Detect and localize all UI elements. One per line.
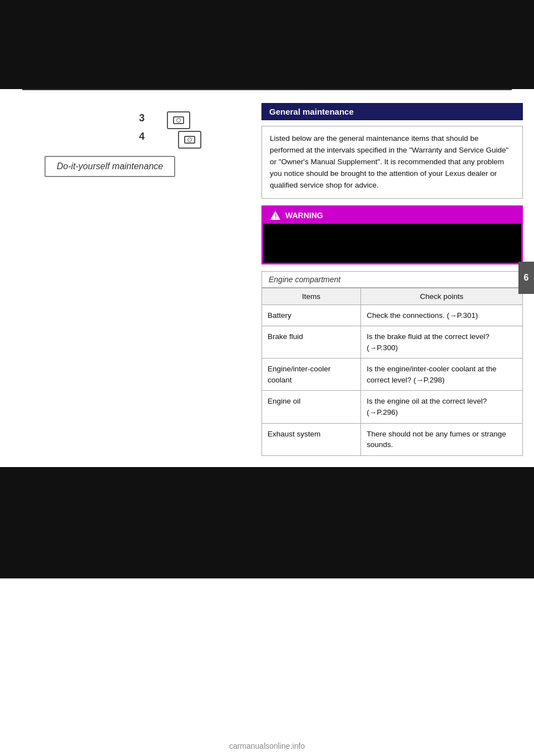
page-number-badge: 6 <box>518 262 534 294</box>
table-row: Exhaust systemThere should not be any fu… <box>262 423 523 455</box>
warning-content-area <box>263 224 521 263</box>
diy-label: Do-it-yourself maintenance <box>57 161 163 171</box>
table-cell-check: Is the brake fluid at the correct level?… <box>361 326 523 359</box>
step-number-3: 3 <box>139 112 145 124</box>
icon-box-1 <box>167 111 190 129</box>
camera-icon-1 <box>173 116 184 124</box>
right-panel: General maintenance Listed below are the… <box>256 95 534 467</box>
table-cell-item: Engine/inter-cooler coolant <box>262 359 361 391</box>
watermark: carmanualsonline.info <box>229 742 305 750</box>
engine-compartment-header: Engine compartment <box>261 271 523 288</box>
general-maintenance-header: General maintenance <box>261 103 523 120</box>
warning-label: WARNING <box>285 211 323 220</box>
horizontal-divider <box>22 89 512 90</box>
left-panel: 3 4 Do-it-yourself maintenance <box>0 95 256 467</box>
maintenance-table: Items Check points BatteryCheck the conn… <box>261 288 523 456</box>
icon-box-2 <box>178 131 201 149</box>
table-cell-check: Check the connections. (→P.301) <box>361 305 523 326</box>
table-cell-check: Is the engine/inter-cooler coolant at th… <box>361 359 523 391</box>
table-cell-item: Battery <box>262 305 361 326</box>
table-row: Brake fluidIs the brake fluid at the cor… <box>262 326 523 359</box>
table-row: Engine oilIs the engine oil at the corre… <box>262 391 523 423</box>
diy-maintenance-box: Do-it-yourself maintenance <box>44 156 175 177</box>
table-cell-check: Is the engine oil at the correct level? … <box>361 391 523 423</box>
table-cell-item: Brake fluid <box>262 326 361 359</box>
table-cell-item: Exhaust system <box>262 423 361 455</box>
col-checkpoints-header: Check points <box>361 288 523 305</box>
warning-box: ! WARNING <box>261 205 523 264</box>
svg-text:!: ! <box>275 213 276 219</box>
table-row: BatteryCheck the connections. (→P.301) <box>262 305 523 326</box>
col-items-header: Items <box>262 288 361 305</box>
warning-triangle-icon: ! <box>270 210 281 221</box>
table-cell-item: Engine oil <box>262 391 361 423</box>
general-maintenance-description: Listed below are the general maintenance… <box>261 126 523 199</box>
table-cell-check: There should not be any fumes or strange… <box>361 423 523 455</box>
warning-header: ! WARNING <box>263 207 521 224</box>
step-number-4: 4 <box>139 131 145 143</box>
camera-icon-2 <box>184 136 195 144</box>
table-row: Engine/inter-cooler coolantIs the engine… <box>262 359 523 391</box>
black-bottom-bar: carmanualsonline.info <box>0 467 534 578</box>
